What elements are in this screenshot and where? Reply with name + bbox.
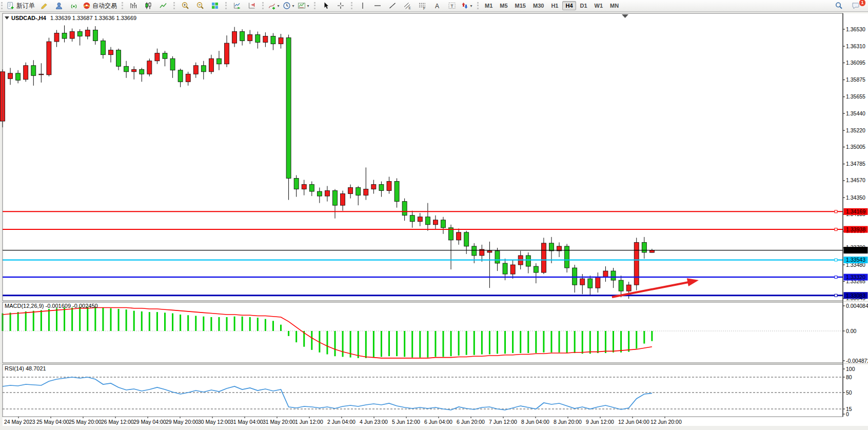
- svg-text:5 Jun 12:00: 5 Jun 12:00: [392, 419, 420, 425]
- chevron-down-icon[interactable]: ▾: [292, 4, 294, 8]
- vertical-line-button[interactable]: [355, 0, 370, 11]
- zoom-in-button[interactable]: [177, 0, 192, 11]
- autoscroll-icon: [233, 2, 241, 10]
- timeframe-m1[interactable]: M1: [482, 1, 496, 10]
- chevron-down-icon[interactable]: ▾: [277, 4, 279, 8]
- crayon-button[interactable]: [36, 0, 51, 11]
- arrows-button[interactable]: ▾: [459, 0, 474, 11]
- svg-text:T: T: [450, 4, 453, 9]
- timeframe-m5[interactable]: M5: [497, 1, 510, 10]
- svg-text:29 May 20:00: 29 May 20:00: [166, 419, 199, 425]
- equidistant-channel-button[interactable]: E: [400, 0, 415, 11]
- new-order-icon: [7, 2, 15, 10]
- fibonacci-button[interactable]: F: [415, 0, 429, 11]
- svg-text:31 May 20:00: 31 May 20:00: [263, 419, 295, 425]
- text-icon: A: [433, 2, 441, 10]
- svg-text:50: 50: [846, 389, 852, 396]
- autotrade-button-label: 自动交易: [92, 2, 117, 10]
- chat-button[interactable]: 1: [848, 0, 863, 11]
- chart-shift-button[interactable]: [244, 0, 259, 11]
- svg-text:1.36095: 1.36095: [846, 60, 865, 66]
- periods-button[interactable]: ▾: [281, 0, 296, 11]
- chart-shift-icon: [248, 2, 256, 10]
- svg-text:30 May 12:00: 30 May 12:00: [198, 419, 231, 425]
- trendline-button[interactable]: [385, 0, 400, 11]
- timeframe-h4[interactable]: H4: [562, 1, 576, 10]
- publisher-icon: [55, 2, 63, 10]
- timeframe-mn[interactable]: MN: [607, 1, 622, 10]
- chevron-down-icon[interactable]: ▾: [307, 4, 309, 8]
- text-button[interactable]: A: [429, 0, 444, 11]
- svg-text:24 May 2023: 24 May 2023: [4, 419, 35, 425]
- toolbar: 新订单自动交易▾▾▾EFAT▾M1M5M15M30H1H4D1W1MN1: [0, 0, 868, 12]
- svg-text:8 Jun 20:00: 8 Jun 20:00: [554, 419, 582, 425]
- vline-icon: [359, 2, 367, 10]
- svg-text:1.35875: 1.35875: [846, 76, 865, 83]
- timeframe-w1[interactable]: W1: [591, 1, 606, 10]
- chevron-down-icon[interactable]: ▾: [470, 4, 472, 8]
- trendline-icon: [388, 2, 397, 10]
- horizontal-line-button[interactable]: [370, 0, 385, 11]
- svg-text:1.34570: 1.34570: [846, 177, 865, 183]
- svg-text:9 Jun 12:00: 9 Jun 12:00: [586, 419, 614, 425]
- zoom-in-icon: [181, 2, 189, 10]
- svg-text:1.33543: 1.33543: [846, 257, 865, 263]
- cursor-group: [313, 0, 350, 11]
- panel-splitter-rsi[interactable]: [0, 363, 868, 364]
- svg-text:4 Jun 23:00: 4 Jun 23:00: [360, 419, 388, 425]
- tile-windows-button[interactable]: [207, 0, 222, 11]
- zoom-out-icon: [196, 2, 204, 10]
- bar-chart-button[interactable]: [126, 0, 141, 11]
- svg-text:6 Jun 04:00: 6 Jun 04:00: [424, 419, 452, 425]
- svg-text:A: A: [435, 3, 439, 10]
- zoom-out-button[interactable]: [192, 0, 207, 11]
- scroll-group: [224, 0, 261, 11]
- new-order-button-label: 新订单: [16, 2, 35, 10]
- text-label-button[interactable]: T: [444, 0, 459, 11]
- svg-text:8 Jun 04:00: 8 Jun 04:00: [521, 419, 549, 425]
- timeframe-h1[interactable]: H1: [548, 1, 561, 10]
- chart-ohlc: 1.33639 1.33687 1.33636 1.33669: [50, 15, 136, 21]
- signal-icon: [70, 2, 78, 10]
- crosshair-icon: [337, 2, 345, 10]
- svg-text:26 May 12:00: 26 May 12:00: [101, 419, 134, 425]
- search-button[interactable]: [831, 0, 846, 11]
- insert-group: ▾▾▾: [261, 0, 313, 11]
- timeframe-d1[interactable]: D1: [577, 1, 590, 10]
- svg-text:1.36310: 1.36310: [846, 43, 865, 49]
- svg-text:12 Jun 20:00: 12 Jun 20:00: [650, 419, 682, 425]
- svg-text:0.004084: 0.004084: [846, 303, 868, 309]
- panel-splitter-macd[interactable]: [0, 301, 868, 302]
- channel-icon: E: [403, 2, 411, 10]
- svg-text:31 May 04:00: 31 May 04:00: [230, 419, 263, 425]
- periods-icon: [283, 2, 291, 10]
- rsi-label: RSI(14) 48.7021: [5, 365, 46, 372]
- svg-text:1.35220: 1.35220: [846, 127, 865, 133]
- candle-chart-button[interactable]: [141, 0, 155, 11]
- svg-text:100: 100: [846, 366, 855, 372]
- chart-type-group: [121, 0, 172, 11]
- auto-scroll-button[interactable]: [229, 0, 244, 11]
- svg-text:E: E: [408, 6, 411, 10]
- trade-group: 新订单自动交易: [0, 0, 121, 11]
- line-chart-button[interactable]: [155, 0, 170, 11]
- svg-text:7 Jun 12:00: 7 Jun 12:00: [489, 419, 517, 425]
- signal-button[interactable]: [66, 0, 81, 11]
- cursor-button[interactable]: [318, 0, 333, 11]
- timeframe-m15[interactable]: M15: [512, 1, 529, 10]
- svg-text:80: 80: [846, 374, 852, 380]
- svg-text:1.33083: 1.33083: [846, 292, 865, 299]
- indicators-button[interactable]: ▾: [266, 0, 281, 11]
- svg-text:25 May 04:00: 25 May 04:00: [36, 419, 69, 425]
- svg-text:1.35005: 1.35005: [846, 144, 865, 150]
- svg-text:1.34350: 1.34350: [846, 194, 865, 201]
- timeframe-m30[interactable]: M30: [530, 1, 547, 10]
- chart-area[interactable]: 1.365301.363101.360951.358751.356551.354…: [0, 12, 868, 430]
- new-order-button[interactable]: 新订单: [5, 0, 36, 11]
- objects-group: EFAT▾: [350, 0, 476, 11]
- autotrade-button[interactable]: 自动交易: [81, 0, 119, 11]
- publisher-button[interactable]: [51, 0, 66, 11]
- templates-button[interactable]: ▾: [296, 0, 311, 11]
- crosshair-button[interactable]: [333, 0, 348, 11]
- cursor-icon: [322, 2, 330, 10]
